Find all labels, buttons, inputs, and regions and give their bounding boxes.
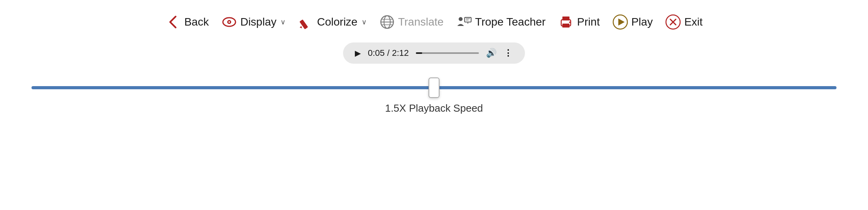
back-label: Back	[184, 16, 209, 28]
audio-time-display: 0:05 / 2:12	[368, 48, 409, 58]
trope-teacher-icon	[456, 14, 472, 30]
play-icon	[612, 14, 628, 30]
exit-label: Exit	[684, 16, 703, 28]
exit-button[interactable]: Exit	[665, 14, 703, 30]
display-icon	[221, 14, 237, 30]
colorize-chevron-icon: ∨	[362, 18, 367, 26]
colorize-icon	[298, 14, 314, 30]
audio-volume-button[interactable]: 🔊	[486, 48, 497, 58]
svg-marker-4	[300, 26, 302, 28]
main-toolbar: Back Display ∨ Colorize ∨ Translate	[0, 0, 868, 39]
speed-section: 1.5X Playback Speed	[0, 78, 868, 114]
exit-icon	[665, 14, 681, 30]
speed-label: 1.5X Playback Speed	[385, 102, 483, 114]
print-icon	[558, 14, 574, 30]
speed-slider-wrapper	[32, 78, 836, 98]
svg-point-10	[459, 17, 463, 21]
svg-point-2	[228, 21, 230, 23]
trope-teacher-button[interactable]: Trope Teacher	[456, 14, 545, 30]
colorize-label: Colorize	[317, 16, 358, 28]
svg-rect-11	[465, 17, 471, 22]
translate-label: Translate	[398, 16, 444, 28]
audio-player: ▶ 0:05 / 2:12 🔊 ⋮	[343, 42, 525, 64]
audio-progress-fill	[416, 52, 422, 54]
print-button[interactable]: Print	[558, 14, 600, 30]
translate-button[interactable]: Translate	[379, 14, 444, 30]
translate-globe-icon	[379, 14, 395, 30]
back-chevron-icon	[165, 14, 181, 30]
display-chevron-icon: ∨	[280, 18, 286, 26]
colorize-button[interactable]: Colorize ∨	[298, 14, 367, 30]
display-label: Display	[240, 16, 276, 28]
speed-thumb[interactable]	[428, 77, 440, 98]
svg-rect-16	[562, 17, 569, 20]
svg-marker-20	[618, 18, 625, 26]
play-label: Play	[631, 16, 653, 28]
svg-rect-3	[299, 19, 308, 29]
svg-rect-18	[569, 22, 571, 23]
audio-progress-bar[interactable]	[416, 52, 479, 54]
speed-track[interactable]	[32, 86, 836, 89]
audio-play-button[interactable]: ▶	[355, 48, 361, 58]
svg-rect-17	[562, 24, 569, 28]
audio-more-button[interactable]: ⋮	[504, 48, 513, 58]
print-label: Print	[577, 16, 600, 28]
back-button[interactable]: Back	[165, 14, 209, 30]
trope-teacher-label: Trope Teacher	[475, 16, 545, 28]
display-button[interactable]: Display ∨	[221, 14, 286, 30]
play-button[interactable]: Play	[612, 14, 653, 30]
